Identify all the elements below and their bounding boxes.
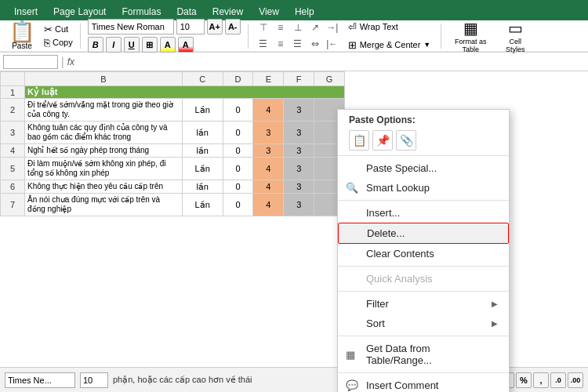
tab-review[interactable]: Review	[205, 3, 251, 20]
col-e-header[interactable]: E	[253, 72, 284, 86]
cell-c[interactable]: lần	[182, 122, 223, 144]
cell-f[interactable]: 3	[284, 180, 314, 194]
cell-f[interactable]: 3	[284, 158, 314, 180]
bottom-dec-decrease-button[interactable]: .00	[568, 372, 583, 388]
ctx-item-clear-contents[interactable]: Clear Contents	[338, 244, 509, 263]
bottom-dec-increase-button[interactable]: .0	[550, 372, 566, 388]
align-right-button[interactable]: ☰	[290, 37, 306, 51]
cell-d[interactable]: 0	[223, 99, 253, 122]
header-cell[interactable]: Kỷ luật	[25, 86, 345, 99]
cell-b[interactable]: Ăn nói chưa đúng mực với cấp trên và đồn…	[25, 194, 183, 216]
name-box-input[interactable]	[3, 55, 58, 69]
paste-option-icon[interactable]: 📌	[372, 130, 393, 151]
table-row: 3Không tuân các quy định của công ty và …	[1, 122, 345, 144]
cell-b[interactable]: Đi trể/về sớm/vắng mặt trong giờ theo gi…	[25, 99, 183, 122]
cell-d[interactable]: 0	[223, 194, 253, 216]
col-d-header[interactable]: D	[223, 72, 253, 86]
ctx-item-filter[interactable]: Filter▶	[338, 294, 509, 314]
cell-d[interactable]: 0	[223, 180, 253, 194]
fill-color-button[interactable]: A	[160, 37, 176, 53]
copy-row: ⎘ Copy	[44, 37, 73, 49]
cell-e[interactable]: 4	[253, 194, 284, 216]
cell-c[interactable]: Lần	[182, 194, 223, 216]
font-size-input[interactable]	[176, 19, 205, 34]
wrap-text-button[interactable]: ⏎ Wrap Text	[345, 20, 434, 34]
cell-d[interactable]: 0	[223, 144, 253, 158]
ctx-item-icon: 🔍	[346, 182, 358, 194]
rtl-button[interactable]: ⇔	[307, 37, 323, 51]
align-left-button[interactable]: ☰	[256, 37, 271, 51]
orientation-button[interactable]: ↗	[307, 20, 323, 34]
cut-label[interactable]: Cut	[55, 24, 68, 34]
cell-c[interactable]: lần	[182, 144, 223, 158]
cell-c[interactable]: Lần	[182, 99, 223, 122]
align-bottom-button[interactable]: ⊥	[290, 20, 306, 34]
toolbar-row1: 📋 Paste ✂ Cut ⎘ Copy A+ A- B I	[0, 20, 588, 52]
font-name-input[interactable]	[88, 19, 174, 34]
cell-e[interactable]: 3	[253, 122, 284, 144]
merge-center-button[interactable]: ⊞ Merge & Center ▼	[345, 38, 434, 53]
table-row: 5Đi làm muộn/về sớm không xin phép, đi t…	[1, 158, 345, 180]
paste-option-icon[interactable]: 📋	[349, 130, 369, 151]
border-button[interactable]: ⊞	[142, 37, 158, 53]
cell-d[interactable]: 0	[223, 158, 253, 180]
col-c-header[interactable]: C	[182, 72, 223, 86]
cell-styles-button[interactable]: ▭ CellStyles	[497, 17, 533, 55]
bottom-percent-button[interactable]: %	[516, 372, 532, 388]
font-color-button[interactable]: A	[178, 37, 194, 53]
ctx-item-smart-lookup[interactable]: 🔍Smart Lookup	[338, 178, 509, 198]
col-g-header[interactable]: G	[314, 72, 345, 86]
bottom-font-name-input[interactable]	[5, 372, 75, 388]
cell-e[interactable]: 4	[253, 99, 284, 122]
cell-c[interactable]: lần	[182, 180, 223, 194]
cell-d[interactable]: 0	[223, 122, 253, 144]
tab-formulas[interactable]: Formulas	[114, 3, 169, 20]
col-f-header[interactable]: F	[284, 72, 314, 86]
tab-help[interactable]: Help	[287, 3, 322, 20]
italic-button[interactable]: I	[106, 37, 122, 53]
indent-increase-button[interactable]: →|	[325, 20, 340, 34]
tab-page-layout[interactable]: Page Layout	[45, 3, 114, 20]
ctx-item-insert-comment[interactable]: 💬Insert Comment	[338, 376, 509, 392]
cell-e[interactable]: 4	[253, 180, 284, 194]
copy-label[interactable]: Copy	[53, 38, 73, 47]
format-as-table-button[interactable]: ▦ Format asTable	[448, 17, 492, 55]
ctx-item-delete[interactable]: Delete...	[338, 223, 509, 244]
align-top-button[interactable]: ⊤	[256, 20, 271, 34]
cell-b[interactable]: Nghỉ hết số ngày phép trong tháng	[25, 144, 183, 158]
tab-insert[interactable]: Insert	[6, 3, 45, 20]
tab-data[interactable]: Data	[169, 3, 204, 20]
tab-view[interactable]: View	[251, 3, 287, 20]
bottom-comma-button[interactable]: ,	[533, 372, 549, 388]
align-middle-button[interactable]: ≡	[273, 20, 289, 34]
indent-decrease-button[interactable]: |←	[325, 37, 340, 51]
ctx-item-paste-special[interactable]: Paste Special...	[338, 158, 509, 178]
cell-e[interactable]: 3	[253, 144, 284, 158]
cell-f[interactable]: 3	[284, 144, 314, 158]
cell-e[interactable]: 4	[253, 158, 284, 180]
cell-b[interactable]: Không tuân các quy định của công ty và b…	[25, 122, 183, 144]
formula-input[interactable]	[78, 56, 585, 67]
cell-f[interactable]: 3	[284, 194, 314, 216]
ctx-item-insert[interactable]: Insert...	[338, 203, 509, 223]
wrap-icon: ⏎	[348, 21, 357, 33]
font-size-increase-button[interactable]: A+	[207, 19, 223, 34]
bold-button[interactable]: B	[88, 37, 103, 53]
ctx-item-get-data-from-table-range[interactable]: ▦Get Data from Table/Range...	[338, 339, 509, 370]
separator3	[441, 24, 441, 49]
formula-divider: |	[61, 56, 64, 68]
col-b-header[interactable]: B	[25, 72, 183, 86]
ctx-item-label: Clear Contents	[366, 248, 434, 260]
underline-button[interactable]: U	[124, 37, 140, 53]
paste-option-icon[interactable]: 📎	[396, 130, 416, 151]
cell-c[interactable]: Lần	[182, 158, 223, 180]
bottom-font-size-input[interactable]	[80, 372, 108, 388]
cell-b[interactable]: Không thực hiện theo yêu cầu cấp trên	[25, 180, 183, 194]
font-size-decrease-button[interactable]: A-	[225, 19, 241, 34]
cell-b[interactable]: Đi làm muộn/về sớm không xin phép, đi tổ…	[25, 158, 183, 180]
align-center-button[interactable]: ≡	[273, 37, 289, 51]
paste-button[interactable]: 📋 Paste	[5, 20, 39, 52]
ctx-item-sort[interactable]: Sort▶	[338, 314, 509, 333]
cell-f[interactable]: 3	[284, 122, 314, 144]
cell-f[interactable]: 3	[284, 99, 314, 122]
